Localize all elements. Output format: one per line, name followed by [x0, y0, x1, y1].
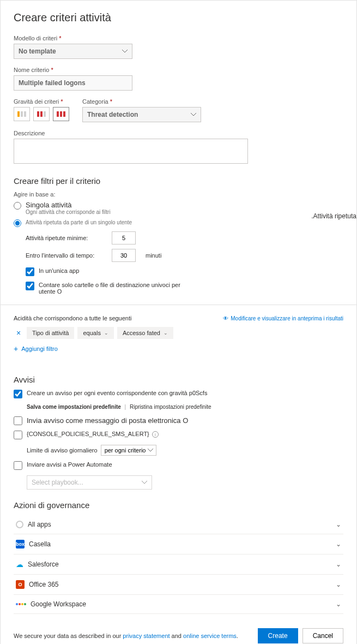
unique-targets-label: Contare solo cartelle o file di destinaz…: [39, 282, 180, 295]
filters-heading: Creare filtri per il criterio: [14, 176, 343, 186]
preview-link[interactable]: 👁 Modificare e visualizzare in anteprima…: [223, 315, 343, 321]
cancel-button[interactable]: Cancel: [302, 628, 343, 643]
single-activity-sub: Ogni attività che corrisponde ai filtri: [26, 209, 111, 215]
terms-link[interactable]: online service terms: [183, 633, 237, 639]
office365-icon: O: [16, 580, 25, 589]
severity-low[interactable]: [14, 107, 30, 121]
gov-item-office365[interactable]: OOffice 365 ⌄: [14, 575, 343, 595]
description-label: Descrizione: [14, 130, 343, 136]
single-activity-label: Singola attività: [26, 201, 111, 209]
chevron-down-icon: ⌄: [336, 560, 341, 568]
gov-item-google-workspace[interactable]: Google Workspace ⌄: [14, 595, 343, 614]
severity-high[interactable]: [53, 107, 69, 121]
playbook-select: Select playbook...: [27, 475, 152, 490]
repeated-activity-label: Attività ripetuta da parte di un singolo…: [26, 219, 132, 225]
within-label: Entro l'intervallo di tempo:: [26, 252, 102, 259]
create-alert-checkbox[interactable]: [14, 390, 22, 398]
filter-type-chip[interactable]: Tipo di attività: [27, 327, 74, 339]
unique-targets-checkbox[interactable]: [26, 282, 34, 290]
template-select[interactable]: No template: [14, 44, 132, 59]
power-automate-checkbox[interactable]: [14, 461, 22, 470]
salesforce-icon: ☁: [16, 560, 23, 569]
sms-alert-checkbox[interactable]: [14, 431, 22, 439]
repeated-tag: .Attività ripetuta: [311, 212, 356, 220]
policy-name-input[interactable]: [14, 75, 132, 91]
gov-item-box[interactable]: boxCasella ⌄: [14, 534, 343, 554]
template-label: Modello di criteri: [14, 35, 57, 41]
min-activities-label: Attività ripetute minime:: [26, 235, 102, 241]
filter-op-chip[interactable]: equals⌄: [77, 327, 113, 339]
chevron-down-icon: ⌄: [336, 581, 341, 588]
category-select[interactable]: Threat detection: [82, 107, 201, 122]
eye-icon: 👁: [223, 315, 228, 321]
alerts-heading: Avvisi: [14, 375, 343, 384]
create-button[interactable]: Create: [258, 628, 298, 643]
info-icon[interactable]: i: [152, 431, 159, 438]
plus-icon: +: [14, 344, 18, 353]
within-input[interactable]: [112, 249, 136, 262]
gov-item-all-apps[interactable]: All apps ⌄: [14, 515, 343, 534]
restore-default-link[interactable]: Ripristina impostazioni predefinite: [130, 404, 211, 410]
severity-medium[interactable]: [33, 107, 50, 121]
chevron-down-icon: ⌄: [336, 521, 341, 528]
chevron-down-icon: ⌄: [336, 600, 341, 608]
create-alert-label: Creare un avviso per ogni evento corrisp…: [27, 390, 207, 396]
email-alert-checkbox[interactable]: [14, 416, 22, 425]
governance-heading: Azioni di governance: [14, 500, 343, 510]
act-on-label: Agire in base a:: [14, 191, 343, 198]
filter-val-chip[interactable]: Accesso fated⌄: [117, 327, 173, 339]
power-automate-label: Inviare avvisi a Power Automate: [27, 461, 112, 468]
page-title: Creare criteri attività: [14, 11, 343, 24]
privacy-link[interactable]: privacy statement: [123, 633, 170, 639]
severity-group: [14, 107, 69, 121]
add-filter-button[interactable]: + Aggiungi filtro: [14, 344, 343, 353]
email-alert-label: Invia avviso come messaggio di posta ele…: [27, 416, 188, 425]
chevron-down-icon: ⌄: [336, 540, 341, 548]
single-app-label: In un'unica app: [39, 267, 79, 274]
description-textarea[interactable]: [14, 139, 248, 164]
single-activity-radio[interactable]: [14, 202, 21, 210]
save-default-link[interactable]: Salva come impostazioni predefinite: [27, 404, 121, 410]
box-icon: box: [16, 540, 25, 548]
category-label: Categoria: [82, 98, 108, 105]
daily-limit-label: Limite di avviso giornaliero: [27, 447, 98, 454]
min-activities-input[interactable]: [112, 231, 136, 245]
gov-item-salesforce[interactable]: ☁Salesforce ⌄: [14, 554, 343, 575]
remove-filter-icon[interactable]: ×: [14, 329, 23, 337]
daily-limit-select[interactable]: per ogni criterio: [101, 445, 156, 456]
match-heading: Acidità che corrispondono a tutte le seg…: [14, 315, 131, 321]
sms-alert-label: {CONSOLE_POLICIES_RULE_SMS_ALERT}: [27, 431, 149, 437]
severity-label: Gravità dei criteri: [14, 98, 59, 105]
repeated-activity-radio[interactable]: [14, 219, 21, 227]
footer-text: We secure your data as described in our …: [14, 633, 238, 639]
single-app-checkbox[interactable]: [26, 267, 34, 276]
within-unit: minuti: [146, 252, 161, 259]
name-label: Nome criterio: [14, 67, 49, 73]
google-workspace-icon: [16, 603, 26, 605]
all-apps-icon: [16, 521, 23, 528]
